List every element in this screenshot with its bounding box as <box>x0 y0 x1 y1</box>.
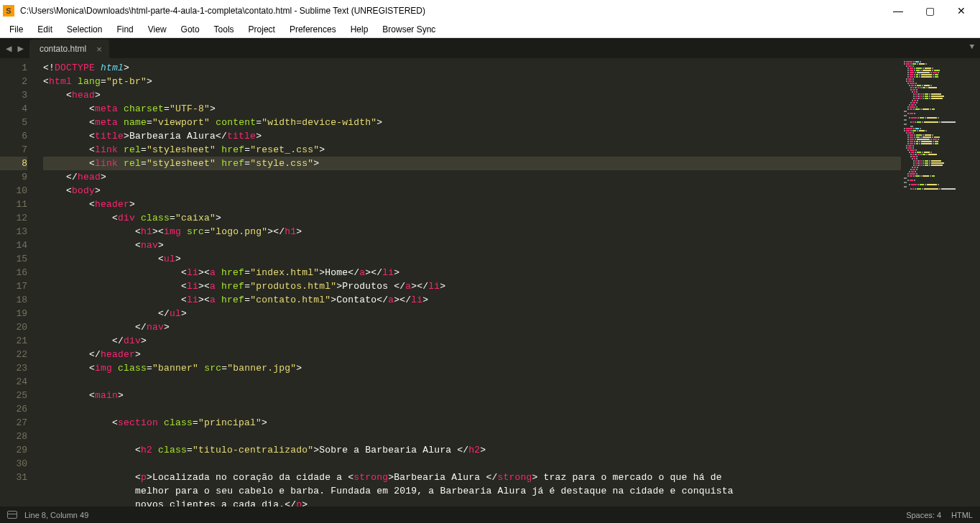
code-line[interactable]: <div class="caixa"> <box>43 211 901 225</box>
maximize-button[interactable]: ▢ <box>914 0 946 21</box>
code-line[interactable]: </header> <box>43 348 901 361</box>
menu-preferences[interactable]: Preferences <box>283 23 343 36</box>
menu-goto[interactable]: Goto <box>175 23 206 36</box>
line-number: 6 <box>0 129 27 143</box>
code-line[interactable]: <li><a href="produtos.html">Produtos </a… <box>43 279 901 293</box>
line-number: 25 <box>0 389 27 402</box>
status-syntax[interactable]: HTML <box>951 511 973 519</box>
code-line[interactable]: </div> <box>43 334 901 348</box>
code-line[interactable]: <ul> <box>43 252 901 266</box>
line-number: 16 <box>0 266 27 279</box>
line-number: 4 <box>0 102 27 116</box>
menu-edit[interactable]: Edit <box>31 23 59 36</box>
code-line[interactable]: <header> <box>43 198 901 211</box>
line-number: 11 <box>0 198 27 211</box>
panel-switcher-icon[interactable] <box>7 511 17 519</box>
code-line[interactable]: <li><a href="index.html">Home</a></li> <box>43 266 901 279</box>
titlebar: S C:\Users\Monica\Downloads\html-parte-4… <box>0 0 980 21</box>
line-number: 31 <box>0 471 27 484</box>
code-line[interactable]: <link rel="stylesheet" href="reset_.css"… <box>43 143 901 157</box>
line-number: 20 <box>0 320 27 334</box>
line-number: 28 <box>0 430 27 443</box>
code-line[interactable] <box>43 430 901 443</box>
code-line[interactable]: <link rel="stylesheet" href="style.css"> <box>43 157 901 170</box>
code-line[interactable]: <section class="principal"> <box>43 416 901 430</box>
menu-project[interactable]: Project <box>242 23 282 36</box>
code-line[interactable]: <h1><img src="logo.png"></h1> <box>43 225 901 239</box>
line-number: 17 <box>0 279 27 293</box>
minimap[interactable] <box>901 58 980 506</box>
gutter: 1234567891011121314151617181920212223242… <box>0 58 36 506</box>
code-line[interactable]: <title>Barbearia Alura</title> <box>43 129 901 143</box>
code-line[interactable]: novos clientes a cada dia.</p> <box>43 498 901 506</box>
line-number: 19 <box>0 307 27 320</box>
tab-back-icon[interactable]: ◀ <box>6 42 11 55</box>
tab-overflow-icon[interactable]: ▼ <box>969 42 974 51</box>
tab-close-icon[interactable]: × <box>96 44 102 55</box>
code-line[interactable]: </nav> <box>43 320 901 334</box>
minimize-button[interactable]: — <box>882 0 914 21</box>
line-number: 1 <box>0 61 27 75</box>
menu-find[interactable]: Find <box>110 23 139 36</box>
code-line[interactable] <box>43 457 901 471</box>
line-number: 9 <box>0 170 27 184</box>
code-line[interactable]: <html lang="pt-br"> <box>43 75 901 88</box>
code-line[interactable]: </ul> <box>43 307 901 320</box>
code-line[interactable]: melhor para o seu cabelo e barba. Fundad… <box>43 484 901 498</box>
line-number: 18 <box>0 293 27 307</box>
line-number: 8 <box>0 157 27 170</box>
line-number: 21 <box>0 334 27 348</box>
menu-file[interactable]: File <box>3 23 29 36</box>
menu-view[interactable]: View <box>142 23 173 36</box>
code-line[interactable]: <li><a href="contato.html">Contato</a></… <box>43 293 901 307</box>
line-number: 7 <box>0 143 27 157</box>
menu-browser-sync[interactable]: Browser Sync <box>376 23 442 36</box>
line-number: 30 <box>0 457 27 471</box>
code-line[interactable]: <main> <box>43 389 901 402</box>
line-number: 10 <box>0 184 27 198</box>
code-line[interactable] <box>43 402 901 416</box>
code-line[interactable]: </head> <box>43 170 901 184</box>
line-number: 24 <box>0 375 27 389</box>
line-number: 2 <box>0 75 27 88</box>
code-line[interactable]: <nav> <box>43 239 901 252</box>
code-line[interactable]: <body> <box>43 184 901 198</box>
line-number: 23 <box>0 361 27 375</box>
line-number: 26 <box>0 402 27 416</box>
code-line[interactable]: <meta charset="UTF-8"> <box>43 102 901 116</box>
line-number: 29 <box>0 443 27 457</box>
tab-label: contato.html <box>40 44 86 54</box>
close-button[interactable]: ✕ <box>946 0 977 21</box>
tab-forward-icon[interactable]: ▶ <box>17 42 23 55</box>
code-line[interactable]: <p>Localizada no coração da cidade a <st… <box>43 471 901 484</box>
line-number: 22 <box>0 348 27 361</box>
menubar: FileEditSelectionFindViewGotoToolsProjec… <box>0 21 980 38</box>
status-spaces[interactable]: Spaces: 4 <box>906 511 941 519</box>
menu-help[interactable]: Help <box>344 23 375 36</box>
window-title: C:\Users\Monica\Downloads\html-parte-4-a… <box>20 6 882 16</box>
code-line[interactable]: <head> <box>43 88 901 102</box>
window-controls: — ▢ ✕ <box>882 0 977 21</box>
editor: 1234567891011121314151617181920212223242… <box>0 58 980 506</box>
tab-contato[interactable]: contato.html × <box>29 40 109 58</box>
code-line[interactable] <box>43 375 901 389</box>
code-line[interactable]: <img class="banner" src="banner.jpg"> <box>43 361 901 375</box>
line-number: 12 <box>0 211 27 225</box>
menu-selection[interactable]: Selection <box>60 23 108 36</box>
tab-nav-arrows: ◀ ▶ <box>0 38 29 58</box>
line-number: 14 <box>0 239 27 252</box>
line-number: 5 <box>0 116 27 129</box>
code-line[interactable]: <meta name="viewport" content="width=dev… <box>43 116 901 129</box>
line-number: 27 <box>0 416 27 430</box>
menu-tools[interactable]: Tools <box>208 23 241 36</box>
statusbar: Line 8, Column 49 Spaces: 4 HTML <box>0 506 980 523</box>
status-position: Line 8, Column 49 <box>24 511 88 519</box>
line-number: 3 <box>0 88 27 102</box>
app-icon: S <box>3 5 14 17</box>
line-number: 15 <box>0 252 27 266</box>
line-number: 13 <box>0 225 27 239</box>
code-line[interactable]: <h2 class="titulo-centralizado">Sobre a … <box>43 443 901 457</box>
code-line[interactable]: <!DOCTYPE html> <box>43 61 901 75</box>
code-area[interactable]: <!DOCTYPE html><html lang="pt-br"> <head… <box>36 58 901 506</box>
tab-bar: ◀ ▶ contato.html × ▼ <box>0 38 980 58</box>
